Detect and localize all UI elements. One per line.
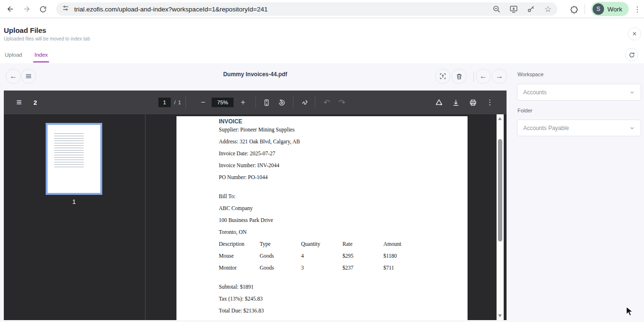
site-info-icon[interactable] <box>62 4 69 14</box>
pdf-canvas[interactable]: INVOICE Supplier: Pioneer Mining Supplie… <box>146 114 507 320</box>
chevron-down-icon <box>629 125 635 131</box>
close-icon: ✕ <box>632 30 637 37</box>
cell: $711 <box>383 265 468 277</box>
app-header: Upload Files Uploaded files will be move… <box>0 19 644 63</box>
undo-icon: ↶ <box>323 98 330 108</box>
scroll-up-arrow-icon[interactable] <box>498 117 502 120</box>
viewer-header: ← Dummy Invoices-44.pdf ← → <box>4 67 507 89</box>
bill-to-line: ABC Company <box>219 205 468 217</box>
workspace-select[interactable]: Accounts <box>517 84 641 101</box>
bill-to-line: Toronto, ON <box>219 229 468 241</box>
line-items-table: Description Type Quantity Rate Amount Mo… <box>219 241 468 277</box>
invoice-line: Invoice Date: 2025-07-27 <box>219 151 468 162</box>
trash-icon <box>456 73 463 80</box>
browser-menu-kebab-icon[interactable]: ⋮ <box>630 1 644 17</box>
cell: $295 <box>342 253 383 265</box>
freehand-annotation-button[interactable] <box>300 91 311 114</box>
zoom-level[interactable]: 75% <box>212 98 234 107</box>
pdf-scrollbar[interactable] <box>497 114 504 320</box>
download-button[interactable] <box>450 91 461 114</box>
cell: Mouse <box>219 253 260 265</box>
print-icon <box>469 99 477 107</box>
folder-select[interactable]: Accounts Payable <box>517 120 641 136</box>
folder-label: Folder <box>517 108 532 113</box>
cell: 3 <box>301 265 342 277</box>
pdf-toolbar: ≡ 2 /1 − 75% + <box>4 91 507 114</box>
print-button[interactable] <box>468 91 478 114</box>
browser-toolbar: trial.ezofis.com/upload-and-index?worksp… <box>0 0 644 18</box>
page-thumbnail[interactable] <box>46 123 102 195</box>
install-app-icon[interactable] <box>509 4 518 14</box>
app-root: Upload Files Uploaded files will be move… <box>0 19 644 322</box>
invoice-line: Supplier: Pioneer Mining Supplies <box>219 127 468 139</box>
browser-forward-icon[interactable] <box>19 1 34 17</box>
col-header: Quantity <box>301 241 342 253</box>
extensions-puzzle-icon[interactable] <box>566 1 582 17</box>
sidebar-toggle-icon: ≡ <box>16 97 21 108</box>
mouse-cursor <box>625 306 635 320</box>
page-number-input[interactable] <box>158 98 171 107</box>
bookmark-star-icon[interactable]: ☆ <box>543 4 553 14</box>
cell: 4 <box>301 253 342 265</box>
cell: $237 <box>342 265 383 277</box>
more-options-button[interactable]: ⋮ <box>485 91 495 114</box>
toolbar-divider <box>315 97 315 108</box>
prev-arrow-icon: ← <box>479 72 487 80</box>
toolbar-divider <box>185 97 186 108</box>
tax-line: Tax (13%): $245.83 <box>219 296 468 308</box>
redo-button[interactable]: ↷ <box>337 91 347 114</box>
tab-upload[interactable]: Upload <box>4 50 23 62</box>
close-dialog-button[interactable]: ✕ <box>628 27 641 40</box>
scroll-down-arrow-icon[interactable] <box>498 314 502 317</box>
folder-value: Accounts Payable <box>523 125 569 131</box>
previous-file-button[interactable]: ← <box>476 69 491 84</box>
workspace-label: Workspace <box>517 71 544 77</box>
toolbar-divider <box>293 97 293 108</box>
subtotal-line: Subtotal: $1891 <box>219 284 468 296</box>
plus-icon: + <box>241 99 245 106</box>
thumbnail-panel: 1 <box>4 114 146 320</box>
invoice-line: Address: 321 Oak Blvd, Calgary, AB <box>219 139 468 151</box>
password-key-icon[interactable] <box>526 4 536 14</box>
scrollbar-thumb[interactable] <box>498 139 502 242</box>
invoice-heading: INVOICE <box>219 118 468 127</box>
thumbnail-panel-toggle[interactable]: ≡ <box>13 91 25 114</box>
add-annotation-button[interactable] <box>434 91 444 114</box>
thumbnail-page-number: 1 <box>46 198 102 205</box>
chevron-down-icon <box>629 90 635 95</box>
cell: Goods <box>260 265 301 277</box>
browser-back-icon[interactable] <box>3 1 18 17</box>
zoom-in-button[interactable]: + <box>238 91 248 114</box>
ocr-scan-icon <box>439 72 447 80</box>
cell: Monitor <box>219 265 260 277</box>
delete-file-button[interactable] <box>451 69 467 84</box>
pen-squiggle-icon <box>301 98 310 107</box>
next-arrow-icon: → <box>496 72 503 80</box>
zoom-out-button[interactable]: − <box>198 91 208 114</box>
profile-name: Work <box>607 6 622 13</box>
rotate-page-button[interactable] <box>276 91 287 114</box>
zoom-out-icon[interactable] <box>492 4 501 14</box>
thumbnail-preview <box>48 125 100 193</box>
ocr-scan-button[interactable] <box>435 69 450 84</box>
redo-icon: ↷ <box>339 98 345 108</box>
header-divider <box>473 71 474 82</box>
undo-button[interactable]: ↶ <box>322 91 332 114</box>
invoice-line: Invoice Number: INV-2044 <box>219 162 468 174</box>
toolbar-divider <box>255 97 256 108</box>
refresh-sidebar-button[interactable] <box>625 48 638 61</box>
page-title: Upload Files <box>4 26 46 34</box>
add-annotation-icon <box>435 98 443 107</box>
toolbar-divider <box>585 4 585 14</box>
pdf-content-area: 1 INVOICE Supplier: Pioneer Mining Suppl… <box>4 114 507 320</box>
next-file-button[interactable]: → <box>492 69 507 84</box>
profile-chip[interactable]: S Work <box>591 2 629 16</box>
avatar: S <box>593 3 604 15</box>
address-bar[interactable]: trial.ezofis.com/upload-and-index?worksp… <box>56 2 557 16</box>
browser-reload-icon[interactable] <box>35 1 50 17</box>
total-due-line: Total Due: $2136.83 <box>219 308 468 320</box>
fit-page-button[interactable] <box>261 91 272 114</box>
url-text[interactable]: trial.ezofis.com/upload-and-index?worksp… <box>74 6 268 13</box>
document-count-badge: 2 <box>30 91 40 114</box>
tab-index[interactable]: Index <box>33 50 49 62</box>
